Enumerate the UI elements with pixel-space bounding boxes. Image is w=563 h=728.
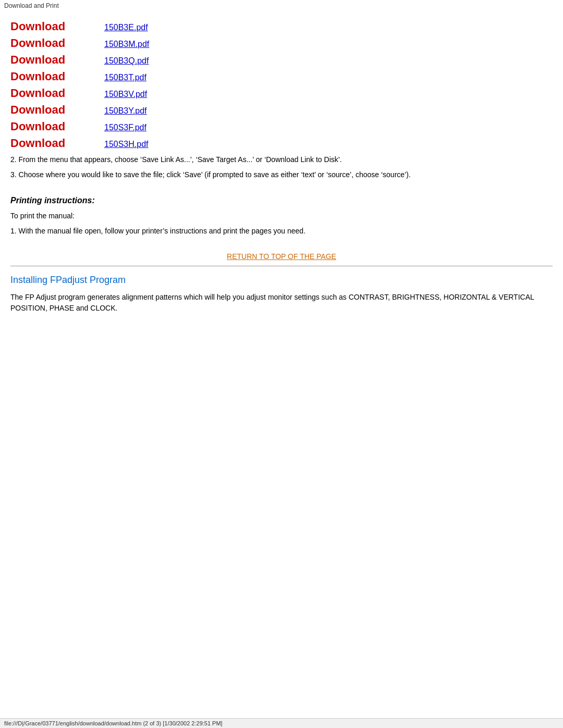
download-link-6[interactable]: 150B3Y.pdf bbox=[104, 106, 147, 116]
status-bar: file:///D|/Grace/03771/english/download/… bbox=[0, 718, 563, 728]
installing-title: Installing FPadjust Program bbox=[10, 275, 553, 286]
download-link-8[interactable]: 150S3H.pdf bbox=[104, 140, 149, 149]
return-link-container: RETURN TO TOP OF THE PAGE bbox=[10, 252, 553, 261]
download-label-5: Download bbox=[10, 87, 104, 100]
download-label-2: Download bbox=[10, 36, 104, 50]
download-item-6: Download 150B3Y.pdf bbox=[10, 103, 553, 117]
download-link-3[interactable]: 150B3Q.pdf bbox=[104, 56, 149, 66]
download-item-1: Download 150B3E.pdf bbox=[10, 20, 553, 33]
printing-step1: 1. With the manual file open, follow you… bbox=[10, 226, 553, 237]
download-label-1: Download bbox=[10, 20, 104, 33]
download-item-2: Download 150B3M.pdf bbox=[10, 36, 553, 50]
download-link-1[interactable]: 150B3E.pdf bbox=[104, 23, 148, 32]
download-item-7: Download 150S3F.pdf bbox=[10, 120, 553, 133]
download-label-4: Download bbox=[10, 70, 104, 83]
installing-section: Installing FPadjust Program The FP Adjus… bbox=[10, 275, 553, 314]
return-to-top-link[interactable]: RETURN TO TOP OF THE PAGE bbox=[227, 252, 336, 261]
printing-section: Printing instructions: To print the manu… bbox=[10, 196, 553, 237]
download-link-2[interactable]: 150B3M.pdf bbox=[104, 40, 149, 49]
download-label-7: Download bbox=[10, 120, 104, 133]
download-label-6: Download bbox=[10, 103, 104, 117]
section-divider bbox=[10, 266, 553, 266]
download-label-3: Download bbox=[10, 53, 104, 67]
breadcrumb: Download and Print bbox=[0, 0, 563, 11]
download-list: Download 150B3E.pdf Download 150B3M.pdf … bbox=[10, 20, 553, 150]
download-link-5[interactable]: 150B3V.pdf bbox=[104, 90, 147, 99]
step2-text: 2. From the menu that appears, choose ‘S… bbox=[10, 154, 553, 165]
download-item-3: Download 150B3Q.pdf bbox=[10, 53, 553, 67]
printing-intro: To print the manual: bbox=[10, 211, 553, 221]
download-link-7[interactable]: 150S3F.pdf bbox=[104, 123, 146, 132]
download-link-4[interactable]: 150B3T.pdf bbox=[104, 73, 146, 82]
download-item-4: Download 150B3T.pdf bbox=[10, 70, 553, 83]
download-item-8: Download 150S3H.pdf bbox=[10, 137, 553, 150]
download-item-5: Download 150B3V.pdf bbox=[10, 87, 553, 100]
download-label-8: Download bbox=[10, 137, 104, 150]
step3-text: 3. Choose where you would like to save t… bbox=[10, 169, 553, 180]
installing-text: The FP Adjust program generates alignmen… bbox=[10, 292, 553, 314]
printing-title: Printing instructions: bbox=[10, 196, 553, 205]
